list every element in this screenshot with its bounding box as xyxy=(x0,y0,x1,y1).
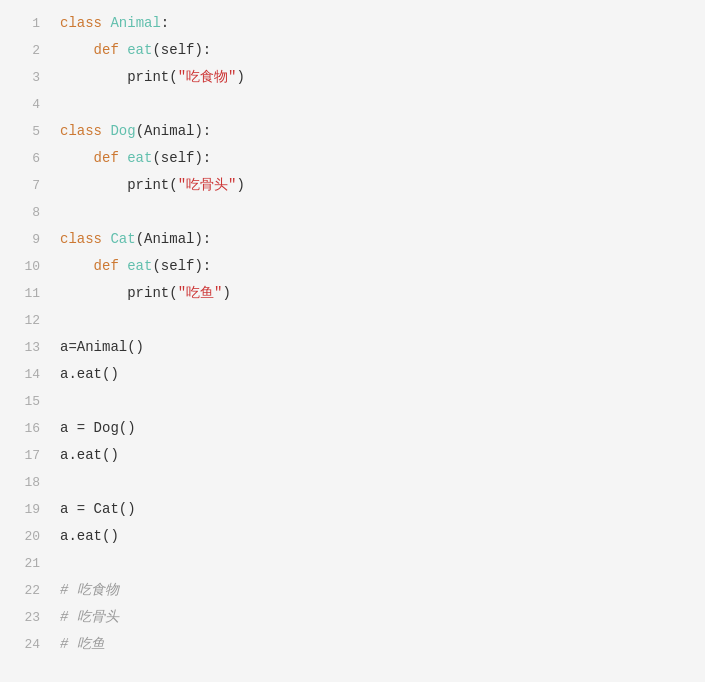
code-line: 9class Cat(Animal): xyxy=(0,226,705,253)
code-line: 19a = Cat() xyxy=(0,496,705,523)
code-line: 21 xyxy=(0,550,705,577)
line-number: 8 xyxy=(10,200,40,226)
code-line: 12 xyxy=(0,307,705,334)
token-normal: (self): xyxy=(152,258,211,274)
code-line: 23# 吃骨头 xyxy=(0,604,705,631)
code-line: 24# 吃鱼 xyxy=(0,631,705,658)
line-content: a = Dog() xyxy=(60,415,136,441)
token-normal xyxy=(60,42,94,58)
code-line: 15 xyxy=(0,388,705,415)
token-normal xyxy=(60,150,94,166)
line-number: 23 xyxy=(10,605,40,631)
token-normal: a = Dog() xyxy=(60,420,136,436)
code-line: 11 print("吃鱼") xyxy=(0,280,705,307)
code-line: 1class Animal: xyxy=(0,10,705,37)
code-line: 7 print("吃骨头") xyxy=(0,172,705,199)
code-line: 4 xyxy=(0,91,705,118)
line-number: 19 xyxy=(10,497,40,523)
line-content: # 吃骨头 xyxy=(60,604,119,630)
line-number: 5 xyxy=(10,119,40,145)
line-number: 14 xyxy=(10,362,40,388)
line-content: class Animal: xyxy=(60,10,169,36)
line-number: 7 xyxy=(10,173,40,199)
line-number: 1 xyxy=(10,11,40,37)
token-normal: ( xyxy=(169,69,177,85)
token-func-name: eat xyxy=(127,42,152,58)
line-number: 24 xyxy=(10,632,40,658)
token-class-name: Cat xyxy=(110,231,135,247)
line-content: a.eat() xyxy=(60,442,119,468)
token-normal: (Animal): xyxy=(136,231,212,247)
token-comment: # 吃鱼 xyxy=(60,636,105,652)
line-content: print("吃鱼") xyxy=(60,280,231,306)
line-number: 3 xyxy=(10,65,40,91)
line-number: 4 xyxy=(10,92,40,118)
code-line: 8 xyxy=(0,199,705,226)
line-content: class Cat(Animal): xyxy=(60,226,211,252)
token-comment: # 吃骨头 xyxy=(60,609,119,625)
line-number: 9 xyxy=(10,227,40,253)
token-normal: ) xyxy=(236,69,244,85)
token-normal: (Animal): xyxy=(136,123,212,139)
line-number: 13 xyxy=(10,335,40,361)
line-content: print("吃食物") xyxy=(60,64,245,90)
line-number: 6 xyxy=(10,146,40,172)
code-line: 14a.eat() xyxy=(0,361,705,388)
line-number: 12 xyxy=(10,308,40,334)
line-number: 16 xyxy=(10,416,40,442)
line-content: a.eat() xyxy=(60,361,119,387)
token-kw-class: class xyxy=(60,231,110,247)
line-content: def eat(self): xyxy=(60,145,211,171)
token-normal: print xyxy=(127,69,169,85)
code-line: 6 def eat(self): xyxy=(0,145,705,172)
token-normal xyxy=(60,69,127,85)
token-kw-def: def xyxy=(94,150,128,166)
token-normal: a.eat() xyxy=(60,528,119,544)
token-kw-class: class xyxy=(60,15,110,31)
code-line: 20a.eat() xyxy=(0,523,705,550)
token-kw-class: class xyxy=(60,123,110,139)
line-content: a.eat() xyxy=(60,523,119,549)
token-normal: (self): xyxy=(152,42,211,58)
token-string-red: "吃鱼" xyxy=(178,285,223,301)
code-line: 17a.eat() xyxy=(0,442,705,469)
line-number: 10 xyxy=(10,254,40,280)
code-line: 10 def eat(self): xyxy=(0,253,705,280)
token-normal: a = Cat() xyxy=(60,501,136,517)
line-number: 15 xyxy=(10,389,40,415)
code-editor: 1class Animal:2 def eat(self):3 print("吃… xyxy=(0,0,705,682)
code-line: 2 def eat(self): xyxy=(0,37,705,64)
line-content: print("吃骨头") xyxy=(60,172,245,198)
token-normal: ( xyxy=(169,285,177,301)
token-kw-def: def xyxy=(94,258,128,274)
token-func-name: eat xyxy=(127,150,152,166)
token-normal: print xyxy=(127,285,169,301)
token-class-name: Dog xyxy=(110,123,135,139)
code-line: 18 xyxy=(0,469,705,496)
line-number: 21 xyxy=(10,551,40,577)
token-normal: ) xyxy=(222,285,230,301)
line-content xyxy=(60,307,68,333)
line-content xyxy=(60,550,68,576)
line-content: def eat(self): xyxy=(60,37,211,63)
token-normal: ) xyxy=(236,177,244,193)
line-number: 20 xyxy=(10,524,40,550)
code-line: 22# 吃食物 xyxy=(0,577,705,604)
line-content: def eat(self): xyxy=(60,253,211,279)
line-content: # 吃食物 xyxy=(60,577,119,603)
token-normal xyxy=(60,258,94,274)
token-comment: # 吃食物 xyxy=(60,582,119,598)
line-content: # 吃鱼 xyxy=(60,631,105,657)
line-number: 17 xyxy=(10,443,40,469)
token-func-name: eat xyxy=(127,258,152,274)
token-normal: (self): xyxy=(152,150,211,166)
line-content xyxy=(60,199,68,225)
line-content: a = Cat() xyxy=(60,496,136,522)
token-normal: a.eat() xyxy=(60,366,119,382)
line-content: class Dog(Animal): xyxy=(60,118,211,144)
line-content: a=Animal() xyxy=(60,334,144,360)
token-normal: ( xyxy=(169,177,177,193)
code-line: 16a = Dog() xyxy=(0,415,705,442)
token-kw-def: def xyxy=(94,42,128,58)
line-content xyxy=(60,388,68,414)
